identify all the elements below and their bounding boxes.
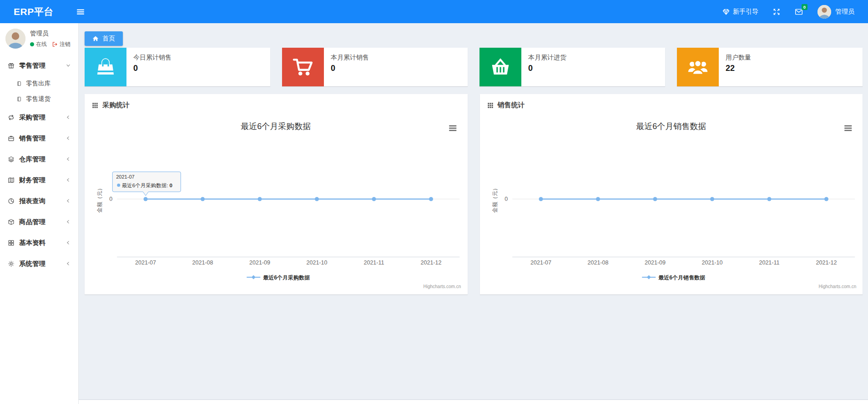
stat-card-label: 本月累计销售 bbox=[331, 54, 369, 62]
sidebar-item-8[interactable]: 系统管理 bbox=[0, 253, 78, 274]
guide-label: 新手引导 bbox=[733, 8, 758, 16]
chart-series[interactable] bbox=[539, 197, 828, 201]
shopping-bag-icon bbox=[95, 57, 116, 78]
chart-legend[interactable]: 最近6个月采购数据 bbox=[247, 274, 310, 281]
th-icon bbox=[487, 102, 494, 109]
chart-title: 最近6个月采购数据 bbox=[241, 122, 311, 131]
stat-card-icon-box bbox=[479, 48, 521, 86]
pie-chart-icon bbox=[8, 198, 15, 204]
stat-card-icon-box bbox=[85, 48, 126, 86]
purchase-stats-panel: 采购统计最近6个月采购数据金额（元）02021-072021-082021-09… bbox=[85, 94, 468, 294]
sidebar-menu: 零售管理零售出库零售退货采购管理销售管理仓库管理财务管理报表查询商品管理基本资料… bbox=[0, 55, 78, 274]
gift-icon bbox=[8, 62, 15, 69]
chevron-down-icon bbox=[66, 63, 71, 68]
chart-tooltip: 2021-07最近6个月采购数据: 0 bbox=[112, 172, 181, 196]
svg-text:最近6个月采购数据: 0: 最近6个月采购数据: 0 bbox=[122, 183, 172, 188]
online-status-label: 在线 bbox=[36, 40, 47, 48]
sidebar-item-0[interactable]: 零售管理 bbox=[0, 55, 78, 76]
tab-home[interactable]: 首页 bbox=[85, 31, 123, 46]
stat-card-label: 用户数量 bbox=[726, 54, 751, 62]
logout-link[interactable]: 注销 bbox=[52, 40, 71, 48]
sidebar: 管理员 在线 注销 零售管理零售出库零售退货采购管理销售管理仓库管理财务管理报表… bbox=[0, 23, 79, 404]
guide-link[interactable]: 新手引导 bbox=[722, 8, 758, 16]
mail-badge: 0 bbox=[802, 4, 807, 10]
highcharts-credits-link[interactable]: Highcharts.com.cn bbox=[818, 284, 856, 289]
x-tick-label: 2021-11 bbox=[364, 259, 384, 266]
erp-dashboard: ERP平台 新手引导 0 管理员 管理员 bbox=[0, 0, 868, 404]
chart-series[interactable] bbox=[144, 197, 434, 201]
stat-card-value: 0 bbox=[331, 64, 369, 73]
stat-card-2: 本月累计进货0 bbox=[479, 48, 665, 86]
y-tick-label: 0 bbox=[109, 196, 112, 202]
sidebar-item-3[interactable]: 仓库管理 bbox=[0, 149, 78, 170]
stat-card-1: 本月累计销售0 bbox=[282, 48, 468, 86]
menu-label: 基本资料 bbox=[19, 239, 66, 247]
panel-title: 销售统计 bbox=[498, 101, 525, 110]
menu-label: 采购管理 bbox=[19, 113, 66, 122]
user-avatar bbox=[818, 5, 831, 19]
chart-legend[interactable]: 最近6个月销售数据 bbox=[642, 274, 705, 281]
logout-label: 注销 bbox=[60, 40, 71, 48]
sales-chart: 最近6个月销售数据金额（元）02021-072021-082021-092021… bbox=[480, 116, 863, 294]
username: 管理员 bbox=[835, 8, 854, 16]
sidebar-subitem-0-1[interactable]: 零售退货 bbox=[0, 91, 78, 107]
fullscreen-button[interactable] bbox=[773, 8, 780, 15]
file-icon bbox=[16, 96, 22, 102]
svg-text:2021-07: 2021-07 bbox=[116, 174, 134, 180]
y-axis-label: 金额（元） bbox=[492, 185, 498, 213]
chart-panels: 采购统计最近6个月采购数据金额（元）02021-072021-082021-09… bbox=[85, 94, 863, 294]
user-info: 管理员 在线 注销 bbox=[30, 30, 71, 48]
x-tick-label: 2021-10 bbox=[701, 259, 722, 266]
svg-text:最近6个月采购数据: 最近6个月采购数据 bbox=[263, 274, 310, 281]
highcharts-credits-link[interactable]: Highcharts.com.cn bbox=[423, 284, 461, 289]
main-content: 首页 今日累计销售0本月累计销售0本月累计进货0用户数量22 采购统计最近6个月… bbox=[79, 23, 868, 404]
messages-button[interactable]: 0 bbox=[795, 8, 803, 16]
stat-card-value: 0 bbox=[528, 64, 566, 73]
menu-label: 财务管理 bbox=[19, 176, 66, 185]
sidebar-subitem-0-0[interactable]: 零售出库 bbox=[0, 76, 78, 91]
sign-out-icon bbox=[52, 41, 58, 47]
chevron-left-icon bbox=[66, 156, 71, 162]
grid-icon bbox=[8, 239, 15, 246]
chart-menu-button[interactable] bbox=[844, 126, 852, 130]
user-avatar bbox=[5, 29, 25, 49]
sidebar-item-1[interactable]: 采购管理 bbox=[0, 107, 78, 128]
sidebar-item-4[interactable]: 财务管理 bbox=[0, 170, 78, 190]
sidebar-item-2[interactable]: 销售管理 bbox=[0, 128, 78, 149]
box-icon bbox=[8, 219, 15, 225]
stat-card-label: 本月累计进货 bbox=[528, 54, 566, 62]
x-tick-label: 2021-10 bbox=[307, 259, 328, 266]
app-logo[interactable]: ERP平台 bbox=[0, 5, 54, 18]
repeat-icon bbox=[8, 114, 15, 121]
svg-text:最近6个月销售数据: 最近6个月销售数据 bbox=[658, 274, 705, 281]
stat-card-icon-box bbox=[677, 48, 719, 86]
user-menu[interactable]: 管理员 bbox=[818, 5, 854, 19]
layers-icon bbox=[8, 156, 15, 163]
chart-title: 最近6个月销售数据 bbox=[636, 122, 706, 131]
menu-label: 商品管理 bbox=[19, 218, 66, 226]
map-icon bbox=[8, 177, 15, 184]
panel-header: 采购统计 bbox=[85, 94, 468, 110]
y-tick-label: 0 bbox=[505, 196, 508, 202]
sidebar-toggle-button[interactable] bbox=[76, 8, 85, 16]
stat-cards: 今日累计销售0本月累计销售0本月累计进货0用户数量22 bbox=[85, 48, 863, 86]
x-tick-label: 2021-12 bbox=[421, 259, 442, 266]
file-icon bbox=[16, 81, 22, 86]
submenu-label: 零售退货 bbox=[26, 95, 50, 103]
x-tick-label: 2021-07 bbox=[135, 259, 156, 266]
x-tick-label: 2021-11 bbox=[759, 259, 779, 266]
footer bbox=[79, 399, 868, 404]
stat-card-value: 22 bbox=[726, 64, 751, 73]
panel-title: 采购统计 bbox=[102, 101, 130, 110]
menu-label: 系统管理 bbox=[19, 259, 66, 268]
sidebar-user-panel: 管理员 在线 注销 bbox=[0, 23, 78, 54]
sidebar-item-7[interactable]: 基本资料 bbox=[0, 232, 78, 253]
cart-icon bbox=[293, 57, 313, 78]
stat-card-label: 今日累计销售 bbox=[133, 54, 172, 62]
sidebar-item-6[interactable]: 商品管理 bbox=[0, 211, 78, 232]
x-tick-label: 2021-08 bbox=[192, 259, 213, 266]
top-navbar: ERP平台 新手引导 0 管理员 bbox=[0, 0, 868, 23]
chart-menu-button[interactable] bbox=[449, 126, 456, 130]
sidebar-item-5[interactable]: 报表查询 bbox=[0, 190, 78, 211]
x-tick-label: 2021-08 bbox=[587, 259, 608, 266]
